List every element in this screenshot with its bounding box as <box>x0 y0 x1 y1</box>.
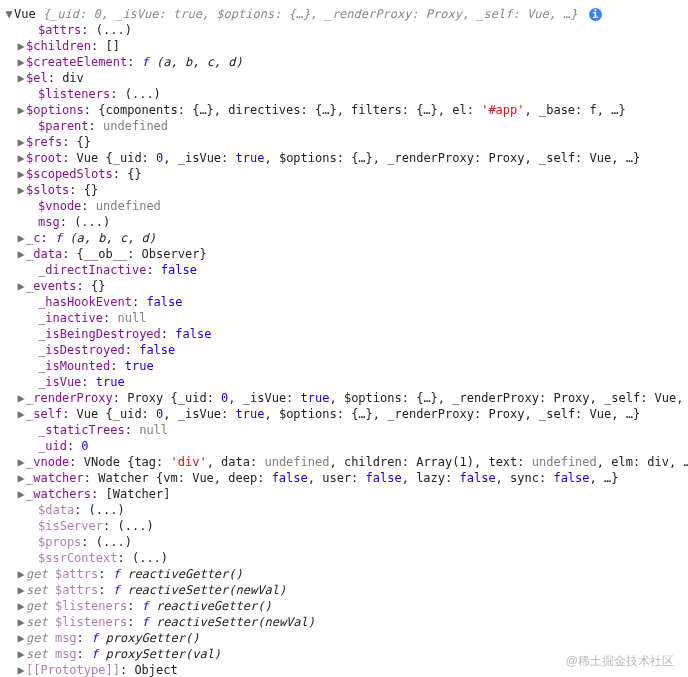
property-key: _c <box>26 231 40 245</box>
expand-arrow-icon[interactable]: ▶ <box>16 246 26 262</box>
property-content: _isVue: true <box>38 374 125 390</box>
expand-arrow-icon[interactable]: ▶ <box>16 566 26 582</box>
property-content: $slots: {} <box>26 182 98 198</box>
property-row[interactable]: ▶set $listeners: f reactiveSetter(newVal… <box>4 614 684 630</box>
property-row[interactable]: ▶_watcher: Watcher {vm: Vue, deep: false… <box>4 470 684 486</box>
property-row[interactable]: ▶_watchers: [Watcher] <box>4 486 684 502</box>
property-row[interactable]: ▶set $attrs: f reactiveSetter(newVal) <box>4 582 684 598</box>
property-row[interactable]: ▶$options: {components: {…}, directives:… <box>4 102 684 118</box>
property-content: $attrs: (...) <box>38 22 132 38</box>
expand-arrow-icon[interactable]: ▶ <box>16 406 26 422</box>
property-content: $el: div <box>26 70 84 86</box>
expand-arrow-icon[interactable]: ▶ <box>16 38 26 54</box>
property-value: {__ob__: Observer} <box>77 247 207 261</box>
property-value: (...) <box>89 503 125 517</box>
function-signature: (a, b, c, d) <box>156 55 243 69</box>
expand-arrow-icon[interactable]: ▶ <box>16 454 26 470</box>
property-content: set msg: f proxySetter(val) <box>26 646 221 662</box>
property-row[interactable]: ▶$children: [] <box>4 38 684 54</box>
property-content: $refs: {} <box>26 134 91 150</box>
function-keyword: f <box>91 631 105 645</box>
expand-arrow-icon[interactable]: ▶ <box>16 182 26 198</box>
property-row[interactable]: ▶_renderProxy: Proxy {_uid: 0, _isVue: t… <box>4 390 684 406</box>
property-row[interactable]: ▶_data: {__ob__: Observer} <box>4 246 684 262</box>
property-value: true <box>125 359 154 373</box>
property-content: $root: Vue {_uid: 0, _isVue: true, $opti… <box>26 150 640 166</box>
property-row[interactable]: ▶get $listeners: f reactiveGetter() <box>4 598 684 614</box>
property-row[interactable]: ▶_vnode: VNode {tag: 'div', data: undefi… <box>4 454 684 470</box>
property-content: $ssrContext: (...) <box>38 550 168 566</box>
expand-arrow-icon[interactable]: ▶ <box>16 390 26 406</box>
expand-arrow-icon[interactable]: ▶ <box>16 646 26 662</box>
expand-arrow-icon[interactable]: ▶ <box>16 630 26 646</box>
expand-arrow-icon[interactable]: ▶ <box>16 54 26 70</box>
info-icon[interactable]: i <box>589 8 602 21</box>
function-signature: reactiveGetter() <box>127 567 243 581</box>
property-content: _hasHookEvent: false <box>38 294 183 310</box>
property-key: $data <box>38 503 74 517</box>
expand-arrow-icon[interactable]: ▶ <box>16 70 26 86</box>
property-key: msg <box>38 215 60 229</box>
property-row[interactable]: ▶$el: div <box>4 70 684 86</box>
property-row[interactable]: ▶_c: f (a, b, c, d) <box>4 230 684 246</box>
property-content: $listeners: (...) <box>38 86 161 102</box>
expand-arrow-icon[interactable]: ▶ <box>16 614 26 630</box>
object-header-row[interactable]: ▼ Vue {_uid: 0, _isVue: true, $options: … <box>4 6 684 22</box>
expand-arrow-icon[interactable]: ▶ <box>16 582 26 598</box>
function-signature: proxySetter(val) <box>106 647 222 661</box>
property-value: div <box>62 71 84 85</box>
property-row[interactable]: ▶$scopedSlots: {} <box>4 166 684 182</box>
property-key: _watcher <box>26 471 84 485</box>
property-value: {} <box>84 183 98 197</box>
watermark-text: @稀土掘金技术社区 <box>566 653 674 669</box>
property-content: get $listeners: f reactiveGetter() <box>26 598 272 614</box>
expand-arrow-icon[interactable]: ▶ <box>16 598 26 614</box>
expand-arrow-icon[interactable]: ▶ <box>16 486 26 502</box>
property-row: _inactive: null <box>4 310 684 326</box>
expand-arrow-icon[interactable]: ▶ <box>16 470 26 486</box>
property-row[interactable]: ▶_events: {} <box>4 278 684 294</box>
expand-arrow-icon[interactable]: ▶ <box>16 662 26 677</box>
expand-arrow-icon[interactable]: ▼ <box>4 6 14 22</box>
object-preview: Watcher {vm: Vue, deep: false, user: fal… <box>98 471 618 485</box>
property-row[interactable]: ▶$root: Vue {_uid: 0, _isVue: true, $opt… <box>4 150 684 166</box>
property-key: _isMounted <box>38 359 110 373</box>
property-value: false <box>139 343 175 357</box>
property-value: {} <box>77 135 91 149</box>
console-panel: ▼ Vue {_uid: 0, _isVue: true, $options: … <box>0 0 688 677</box>
property-content: [[Prototype]]: Object <box>26 662 178 677</box>
property-value: undefined <box>96 199 161 213</box>
getter-setter-prefix: get <box>26 599 55 613</box>
property-content: get msg: f proxyGetter() <box>26 630 199 646</box>
property-row: $parent: undefined <box>4 118 684 134</box>
property-row: $listeners: (...) <box>4 86 684 102</box>
property-value: null <box>117 311 146 325</box>
property-content: msg: (...) <box>38 214 110 230</box>
property-row[interactable]: ▶get $attrs: f reactiveGetter() <box>4 566 684 582</box>
property-row[interactable]: ▶$refs: {} <box>4 134 684 150</box>
expand-arrow-icon[interactable]: ▶ <box>16 230 26 246</box>
property-row: $ssrContext: (...) <box>4 550 684 566</box>
property-row[interactable]: ▶get msg: f proxyGetter() <box>4 630 684 646</box>
property-row[interactable]: ▶_self: Vue {_uid: 0, _isVue: true, $opt… <box>4 406 684 422</box>
expand-arrow-icon[interactable]: ▶ <box>16 134 26 150</box>
property-row: $attrs: (...) <box>4 22 684 38</box>
object-preview: {components: {…}, directives: {…}, filte… <box>98 103 625 117</box>
property-value: undefined <box>103 119 168 133</box>
expand-arrow-icon[interactable]: ▶ <box>16 150 26 166</box>
property-content: $data: (...) <box>38 502 125 518</box>
property-key: $attrs <box>38 23 81 37</box>
property-row[interactable]: ▶$createElement: f (a, b, c, d) <box>4 54 684 70</box>
expand-arrow-icon[interactable]: ▶ <box>16 102 26 118</box>
property-content: $createElement: f (a, b, c, d) <box>26 54 243 70</box>
property-content: _watcher: Watcher {vm: Vue, deep: false,… <box>26 470 618 486</box>
expand-arrow-icon[interactable]: ▶ <box>16 166 26 182</box>
property-key: _hasHookEvent <box>38 295 132 309</box>
function-signature: proxyGetter() <box>106 631 200 645</box>
property-key: _uid <box>38 439 67 453</box>
property-key: $scopedSlots <box>26 167 113 181</box>
property-key: _events <box>26 279 77 293</box>
property-content: _isMounted: true <box>38 358 154 374</box>
property-row[interactable]: ▶$slots: {} <box>4 182 684 198</box>
expand-arrow-icon[interactable]: ▶ <box>16 278 26 294</box>
